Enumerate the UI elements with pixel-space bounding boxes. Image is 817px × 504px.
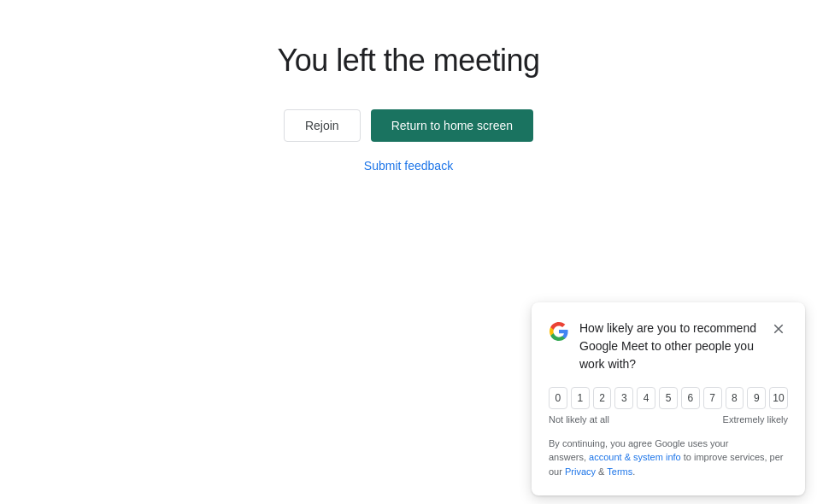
rating-btn-3[interactable]: 3: [614, 387, 633, 409]
survey-header: How likely are you to recommend Google M…: [549, 319, 788, 373]
privacy-link[interactable]: Privacy: [565, 466, 596, 477]
return-home-button[interactable]: Return to home screen: [371, 109, 533, 142]
rating-label-low: Not likely at all: [549, 414, 609, 425]
submit-feedback-link[interactable]: Submit feedback: [364, 159, 453, 173]
rating-btn-9[interactable]: 9: [747, 387, 766, 409]
rating-buttons-row: 012345678910: [549, 387, 788, 409]
survey-question-text: How likely are you to recommend Google M…: [579, 319, 759, 373]
rating-btn-6[interactable]: 6: [681, 387, 700, 409]
rating-labels: Not likely at all Extremely likely: [549, 414, 788, 425]
survey-card: How likely are you to recommend Google M…: [532, 302, 805, 496]
rating-btn-8[interactable]: 8: [726, 387, 744, 409]
rating-btn-2[interactable]: 2: [593, 387, 612, 409]
rating-btn-5[interactable]: 5: [659, 387, 678, 409]
rating-btn-1[interactable]: 1: [571, 387, 590, 409]
page-title: You left the meeting: [278, 43, 540, 79]
rating-label-high: Extremely likely: [723, 414, 788, 425]
account-system-info-link[interactable]: account & system info: [589, 452, 681, 462]
terms-link[interactable]: Terms: [607, 466, 632, 477]
action-buttons: Rejoin Return to home screen: [284, 109, 533, 142]
survey-close-button[interactable]: [769, 319, 788, 341]
rating-btn-4[interactable]: 4: [637, 387, 655, 409]
rating-btn-7[interactable]: 7: [703, 387, 722, 409]
rating-btn-10[interactable]: 10: [769, 387, 788, 409]
google-logo-icon: [549, 321, 569, 342]
rejoin-button[interactable]: Rejoin: [284, 109, 361, 142]
footer-amp: &: [596, 466, 607, 477]
rating-btn-0[interactable]: 0: [549, 387, 567, 409]
footer-end: .: [632, 466, 635, 477]
survey-footer: By continuing, you agree Google uses you…: [549, 437, 788, 479]
close-icon: [771, 321, 786, 337]
